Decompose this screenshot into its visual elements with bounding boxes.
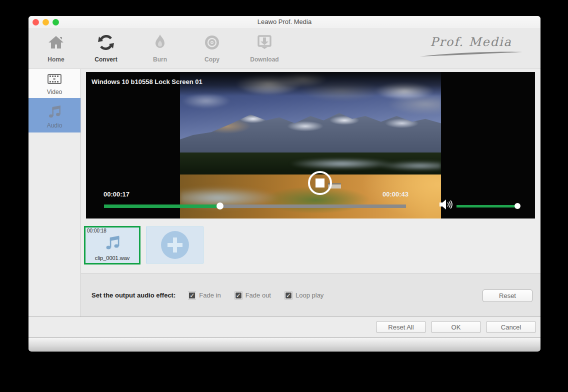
toolbar-item-label: Copy bbox=[204, 56, 220, 63]
fade-in-checkbox[interactable]: ✓ Fade in bbox=[188, 292, 220, 299]
speaker-icon[interactable] bbox=[439, 198, 453, 211]
seek-handle[interactable] bbox=[216, 202, 224, 210]
toolbar-item-label: Home bbox=[48, 56, 64, 63]
toolbar-item-label: Download bbox=[250, 56, 278, 63]
toolbar-item-convert[interactable]: Convert bbox=[85, 32, 127, 64]
sidebar: Video Aud bbox=[28, 69, 81, 316]
volume-slider[interactable] bbox=[456, 205, 518, 208]
video-player: Windows 10 b10558 Lock Screen 01 00:00:1… bbox=[86, 72, 535, 218]
video-mist bbox=[180, 152, 441, 173]
toolbar: Home Convert bbox=[28, 28, 540, 69]
clip-duration: 00:00:18 bbox=[87, 228, 106, 234]
content-area: Windows 10 b10558 Lock Screen 01 00:00:1… bbox=[81, 69, 540, 316]
video-film-icon bbox=[47, 78, 62, 86]
toolbar-item-label: Convert bbox=[94, 56, 117, 63]
copy-disc-icon bbox=[191, 32, 233, 52]
stop-icon bbox=[316, 178, 324, 188]
checkbox-label: Fade out bbox=[246, 292, 271, 299]
checkmark-icon[interactable]: ✓ bbox=[235, 292, 242, 299]
toolbar-item-copy[interactable]: Copy bbox=[191, 32, 233, 64]
music-note-icon bbox=[104, 234, 121, 252]
audio-clip-tile[interactable]: 00:00:18 bbox=[84, 226, 140, 264]
burn-flame-icon bbox=[139, 32, 181, 52]
video-fog bbox=[180, 180, 290, 216]
clip-strip: 00:00:18 bbox=[81, 218, 540, 274]
volume-fill bbox=[456, 205, 518, 208]
seek-bar-fill bbox=[104, 204, 219, 208]
loop-play-checkbox[interactable]: ✓ Loop play bbox=[285, 292, 324, 299]
signature-swoosh bbox=[418, 49, 524, 58]
sidebar-item-label: Video bbox=[28, 88, 80, 96]
fade-out-checkbox[interactable]: ✓ Fade out bbox=[235, 292, 271, 299]
window-body: Video Aud bbox=[28, 69, 540, 316]
toolbar-item-download[interactable]: Download bbox=[244, 32, 286, 64]
reset-button[interactable]: Reset bbox=[482, 290, 532, 302]
convert-icon bbox=[85, 32, 127, 52]
titlebar: Leawo Prof. Media bbox=[28, 16, 540, 28]
seek-bar[interactable] bbox=[104, 204, 406, 208]
elapsed-time: 00:00:17 bbox=[104, 190, 130, 198]
status-bar bbox=[28, 338, 540, 351]
window-title: Leawo Prof. Media bbox=[28, 16, 540, 28]
ok-button[interactable]: OK bbox=[431, 321, 481, 333]
sidebar-item-label: Audio bbox=[28, 122, 80, 129]
checkmark-icon[interactable]: ✓ bbox=[285, 292, 292, 299]
effects-label: Set the output audio effect: bbox=[92, 292, 176, 299]
checkmark-icon[interactable]: ✓ bbox=[188, 292, 196, 299]
cancel-button[interactable]: Cancel bbox=[486, 321, 536, 333]
home-icon bbox=[35, 32, 77, 52]
audio-effects-panel: Set the output audio effect: ✓ Fade in ✓… bbox=[81, 274, 540, 316]
toolbar-item-home[interactable]: Home bbox=[35, 32, 77, 64]
sidebar-item-video[interactable]: Video bbox=[28, 69, 80, 98]
clip-filename: clip_0001.wav bbox=[86, 255, 139, 261]
stop-button[interactable] bbox=[308, 171, 332, 195]
total-duration: 00:00:43 bbox=[382, 190, 408, 198]
audio-note-icon bbox=[47, 112, 62, 120]
video-title: Windows 10 b10558 Lock Screen 01 bbox=[92, 78, 202, 86]
app-window: Leawo Prof. Media Home bbox=[28, 16, 540, 352]
add-clip-button[interactable] bbox=[146, 226, 204, 264]
add-icon bbox=[161, 231, 189, 259]
sidebar-item-audio[interactable]: Audio bbox=[28, 98, 80, 132]
toolbar-item-burn[interactable]: Burn bbox=[139, 32, 181, 64]
footer-bar: Reset All OK Cancel bbox=[28, 316, 540, 338]
volume-handle[interactable] bbox=[514, 203, 520, 209]
reset-all-button[interactable]: Reset All bbox=[376, 321, 426, 333]
download-icon bbox=[244, 32, 286, 52]
prof-media-logo-text: Prof. Media bbox=[430, 35, 512, 49]
checkbox-label: Loop play bbox=[296, 292, 324, 299]
toolbar-item-label: Burn bbox=[153, 56, 167, 63]
checkbox-label: Fade in bbox=[199, 292, 220, 299]
prof-media-logo: Prof. Media bbox=[418, 35, 524, 60]
desktop-background: Leawo Prof. Media Home bbox=[0, 0, 568, 392]
